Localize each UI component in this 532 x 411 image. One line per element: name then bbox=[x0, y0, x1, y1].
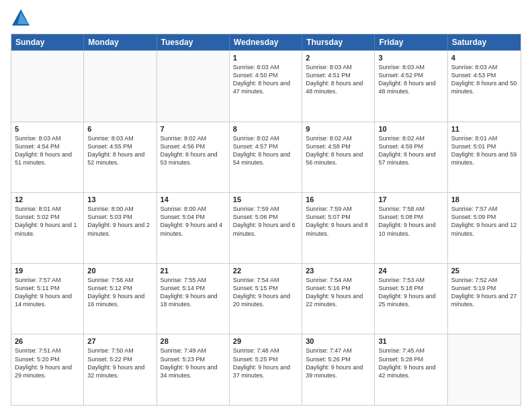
cal-cell: 29Sunrise: 7:48 AM Sunset: 5:25 PM Dayli… bbox=[230, 334, 302, 405]
cal-cell: 30Sunrise: 7:47 AM Sunset: 5:26 PM Dayli… bbox=[302, 334, 375, 405]
header-cell-sunday: Sunday bbox=[11, 34, 84, 50]
cal-cell: 24Sunrise: 7:53 AM Sunset: 5:18 PM Dayli… bbox=[375, 264, 447, 334]
day-number: 2 bbox=[306, 54, 371, 62]
day-info: Sunrise: 8:02 AM Sunset: 4:57 PM Dayligh… bbox=[233, 134, 298, 167]
day-info: Sunrise: 7:56 AM Sunset: 5:12 PM Dayligh… bbox=[87, 276, 152, 309]
day-number: 10 bbox=[378, 125, 443, 133]
cal-cell: 2Sunrise: 8:03 AM Sunset: 4:51 PM Daylig… bbox=[302, 51, 375, 122]
day-number: 4 bbox=[451, 54, 517, 62]
day-number: 12 bbox=[15, 195, 80, 203]
calendar-body: 1Sunrise: 8:03 AM Sunset: 4:50 PM Daylig… bbox=[11, 50, 521, 405]
cal-cell: 5Sunrise: 8:03 AM Sunset: 4:54 PM Daylig… bbox=[11, 122, 84, 193]
day-info: Sunrise: 7:47 AM Sunset: 5:26 PM Dayligh… bbox=[306, 347, 371, 379]
page: SundayMondayTuesdayWednesdayThursdayFrid… bbox=[0, 0, 532, 411]
day-number: 18 bbox=[451, 195, 517, 203]
day-number: 20 bbox=[87, 267, 152, 275]
cal-cell: 22Sunrise: 7:54 AM Sunset: 5:15 PM Dayli… bbox=[230, 264, 302, 334]
day-info: Sunrise: 8:03 AM Sunset: 4:55 PM Dayligh… bbox=[87, 134, 152, 167]
day-number: 14 bbox=[161, 195, 226, 203]
day-number: 31 bbox=[378, 337, 443, 345]
day-info: Sunrise: 8:03 AM Sunset: 4:53 PM Dayligh… bbox=[451, 63, 517, 96]
logo bbox=[11, 8, 34, 28]
header-cell-wednesday: Wednesday bbox=[230, 34, 302, 50]
header-cell-thursday: Thursday bbox=[302, 34, 375, 50]
week-row-2: 5Sunrise: 8:03 AM Sunset: 4:54 PM Daylig… bbox=[11, 122, 521, 193]
day-info: Sunrise: 8:03 AM Sunset: 4:51 PM Dayligh… bbox=[306, 63, 371, 96]
day-info: Sunrise: 8:02 AM Sunset: 4:56 PM Dayligh… bbox=[161, 134, 226, 167]
cal-cell: 23Sunrise: 7:54 AM Sunset: 5:16 PM Dayli… bbox=[302, 264, 375, 334]
cal-cell: 3Sunrise: 8:03 AM Sunset: 4:52 PM Daylig… bbox=[375, 51, 447, 122]
day-number: 9 bbox=[306, 125, 371, 133]
cal-cell: 4Sunrise: 8:03 AM Sunset: 4:53 PM Daylig… bbox=[448, 51, 521, 122]
day-number: 24 bbox=[378, 267, 443, 275]
day-info: Sunrise: 7:45 AM Sunset: 5:28 PM Dayligh… bbox=[378, 347, 443, 379]
cal-cell: 8Sunrise: 8:02 AM Sunset: 4:57 PM Daylig… bbox=[230, 122, 302, 193]
day-number: 5 bbox=[15, 125, 80, 133]
header-cell-friday: Friday bbox=[375, 34, 447, 50]
day-info: Sunrise: 7:55 AM Sunset: 5:14 PM Dayligh… bbox=[161, 276, 226, 309]
day-info: Sunrise: 7:52 AM Sunset: 5:19 PM Dayligh… bbox=[451, 276, 517, 309]
day-info: Sunrise: 8:00 AM Sunset: 5:03 PM Dayligh… bbox=[87, 205, 152, 238]
cal-cell: 9Sunrise: 8:02 AM Sunset: 4:58 PM Daylig… bbox=[302, 122, 375, 193]
cal-cell bbox=[11, 51, 84, 122]
day-number: 30 bbox=[306, 337, 371, 345]
cal-cell: 12Sunrise: 8:01 AM Sunset: 5:02 PM Dayli… bbox=[11, 193, 84, 263]
day-info: Sunrise: 8:02 AM Sunset: 4:59 PM Dayligh… bbox=[378, 134, 443, 167]
cal-cell: 6Sunrise: 8:03 AM Sunset: 4:55 PM Daylig… bbox=[84, 122, 157, 193]
cal-cell bbox=[84, 51, 157, 122]
cal-cell bbox=[448, 334, 521, 405]
week-row-1: 1Sunrise: 8:03 AM Sunset: 4:50 PM Daylig… bbox=[11, 50, 521, 122]
cal-cell: 14Sunrise: 8:00 AM Sunset: 5:04 PM Dayli… bbox=[157, 193, 230, 263]
day-info: Sunrise: 8:02 AM Sunset: 4:58 PM Dayligh… bbox=[306, 134, 371, 167]
day-number: 26 bbox=[15, 337, 80, 345]
day-info: Sunrise: 7:51 AM Sunset: 5:20 PM Dayligh… bbox=[15, 347, 80, 379]
day-number: 27 bbox=[87, 337, 152, 345]
day-number: 13 bbox=[87, 195, 152, 203]
cal-cell: 11Sunrise: 8:01 AM Sunset: 5:01 PM Dayli… bbox=[448, 122, 521, 193]
day-number: 16 bbox=[306, 195, 371, 203]
cal-cell: 21Sunrise: 7:55 AM Sunset: 5:14 PM Dayli… bbox=[157, 264, 230, 334]
header-cell-tuesday: Tuesday bbox=[157, 34, 230, 50]
day-number: 21 bbox=[161, 267, 226, 275]
cal-cell: 16Sunrise: 7:59 AM Sunset: 5:07 PM Dayli… bbox=[302, 193, 375, 263]
cal-cell: 19Sunrise: 7:57 AM Sunset: 5:11 PM Dayli… bbox=[11, 264, 84, 334]
day-info: Sunrise: 7:57 AM Sunset: 5:11 PM Dayligh… bbox=[15, 276, 80, 309]
day-number: 25 bbox=[451, 267, 517, 275]
day-number: 6 bbox=[87, 125, 152, 133]
day-number: 19 bbox=[15, 267, 80, 275]
day-number: 8 bbox=[233, 125, 298, 133]
cal-cell: 28Sunrise: 7:49 AM Sunset: 5:23 PM Dayli… bbox=[157, 334, 230, 405]
calendar-header: SundayMondayTuesdayWednesdayThursdayFrid… bbox=[11, 34, 521, 50]
day-number: 23 bbox=[306, 267, 371, 275]
cal-cell: 31Sunrise: 7:45 AM Sunset: 5:28 PM Dayli… bbox=[375, 334, 447, 405]
day-info: Sunrise: 8:03 AM Sunset: 4:52 PM Dayligh… bbox=[378, 63, 443, 96]
cal-cell: 7Sunrise: 8:02 AM Sunset: 4:56 PM Daylig… bbox=[157, 122, 230, 193]
day-info: Sunrise: 7:49 AM Sunset: 5:23 PM Dayligh… bbox=[161, 347, 226, 379]
day-number: 3 bbox=[378, 54, 443, 62]
cal-cell: 25Sunrise: 7:52 AM Sunset: 5:19 PM Dayli… bbox=[448, 264, 521, 334]
cal-cell: 18Sunrise: 7:57 AM Sunset: 5:09 PM Dayli… bbox=[448, 193, 521, 263]
logo-icon bbox=[11, 8, 31, 28]
day-number: 22 bbox=[233, 267, 298, 275]
day-info: Sunrise: 8:03 AM Sunset: 4:54 PM Dayligh… bbox=[15, 134, 80, 167]
week-row-3: 12Sunrise: 8:01 AM Sunset: 5:02 PM Dayli… bbox=[11, 192, 521, 263]
cal-cell: 26Sunrise: 7:51 AM Sunset: 5:20 PM Dayli… bbox=[11, 334, 84, 405]
header bbox=[11, 8, 521, 28]
header-cell-monday: Monday bbox=[84, 34, 157, 50]
day-number: 29 bbox=[233, 337, 298, 345]
cal-cell: 17Sunrise: 7:58 AM Sunset: 5:08 PM Dayli… bbox=[375, 193, 447, 263]
week-row-4: 19Sunrise: 7:57 AM Sunset: 5:11 PM Dayli… bbox=[11, 263, 521, 334]
cal-cell: 10Sunrise: 8:02 AM Sunset: 4:59 PM Dayli… bbox=[375, 122, 447, 193]
day-info: Sunrise: 8:01 AM Sunset: 5:02 PM Dayligh… bbox=[15, 205, 80, 238]
week-row-5: 26Sunrise: 7:51 AM Sunset: 5:20 PM Dayli… bbox=[11, 334, 521, 405]
cal-cell bbox=[157, 51, 230, 122]
day-number: 15 bbox=[233, 195, 298, 203]
cal-cell: 1Sunrise: 8:03 AM Sunset: 4:50 PM Daylig… bbox=[230, 51, 302, 122]
day-info: Sunrise: 7:53 AM Sunset: 5:18 PM Dayligh… bbox=[378, 276, 443, 309]
day-info: Sunrise: 7:59 AM Sunset: 5:07 PM Dayligh… bbox=[306, 205, 371, 238]
day-number: 11 bbox=[451, 125, 517, 133]
header-cell-saturday: Saturday bbox=[448, 34, 521, 50]
day-info: Sunrise: 7:54 AM Sunset: 5:15 PM Dayligh… bbox=[233, 276, 298, 309]
day-info: Sunrise: 7:59 AM Sunset: 5:06 PM Dayligh… bbox=[233, 205, 298, 238]
day-info: Sunrise: 7:58 AM Sunset: 5:08 PM Dayligh… bbox=[378, 205, 443, 238]
